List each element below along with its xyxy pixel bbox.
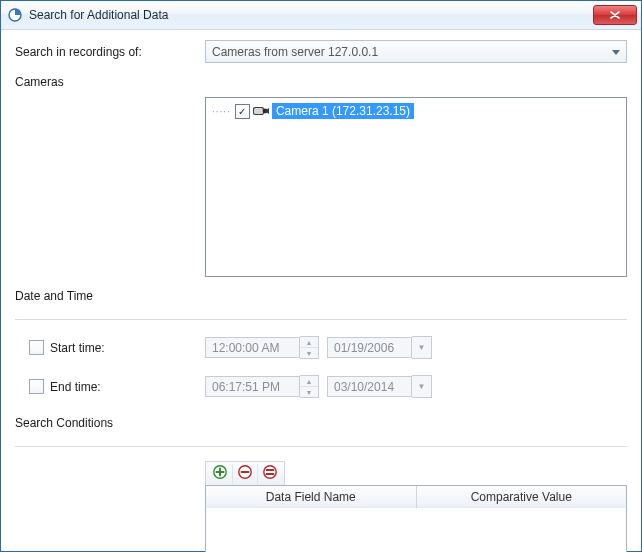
datetime-group-label: Date and Time — [15, 289, 627, 303]
start-date-input[interactable]: 01/19/2006 — [327, 337, 412, 358]
start-time-row: Start time: 12:00:00 AM ▲▼ 01/19/2006 ▼ — [15, 336, 627, 359]
plus-icon — [212, 464, 228, 483]
conditions-toolbar — [205, 461, 285, 485]
server-combobox[interactable]: Cameras from server 127.0.0.1 — [205, 40, 627, 63]
chevron-down-icon — [612, 45, 620, 59]
column-header-value[interactable]: Comparative Value — [417, 486, 627, 508]
column-header-field[interactable]: Data Field Name — [206, 486, 417, 508]
end-date-dropdown[interactable]: ▼ — [412, 375, 432, 398]
end-time-label: End time: — [50, 380, 101, 394]
titlebar: Search for Additional Data — [1, 1, 641, 30]
camera-icon — [252, 105, 270, 117]
camera-checkbox[interactable]: ✓ — [235, 104, 250, 119]
window-title: Search for Additional Data — [29, 8, 168, 22]
end-time-checkbox[interactable] — [29, 379, 44, 394]
start-time-input[interactable]: 12:00:00 AM — [205, 337, 300, 358]
minus-icon — [237, 464, 253, 483]
conditions-table[interactable]: Data Field Name Comparative Value — [205, 485, 627, 552]
conditions-table-header: Data Field Name Comparative Value — [206, 486, 626, 508]
svg-point-6 — [264, 466, 276, 478]
add-condition-button[interactable] — [208, 464, 233, 484]
app-icon — [7, 7, 23, 23]
start-time-checkbox[interactable] — [29, 340, 44, 355]
end-date-input[interactable]: 03/10/2014 — [327, 376, 412, 397]
dialog-window: Search for Additional Data Search in rec… — [0, 0, 642, 552]
start-time-spinner[interactable]: ▲▼ — [300, 336, 319, 359]
datetime-separator — [15, 319, 627, 320]
window-close-button[interactable] — [593, 5, 637, 25]
cameras-group-label: Cameras — [15, 75, 627, 89]
conditions-table-body — [206, 508, 626, 552]
search-in-row: Search in recordings of: Cameras from se… — [15, 40, 627, 63]
remove-condition-button[interactable] — [233, 464, 258, 484]
end-time-row: End time: 06:17:51 PM ▲▼ 03/10/2014 ▼ — [15, 375, 627, 398]
cameras-listbox[interactable]: ····· ✓ Camera 1 (172.31.23.15) — [205, 97, 627, 277]
camera-tree-item[interactable]: ····· ✓ Camera 1 (172.31.23.15) — [212, 102, 620, 120]
end-time-spinner[interactable]: ▲▼ — [300, 375, 319, 398]
end-time-input[interactable]: 06:17:51 PM — [205, 376, 300, 397]
conditions-group-label: Search Conditions — [15, 416, 627, 430]
clear-conditions-button[interactable] — [258, 464, 282, 484]
start-date-dropdown[interactable]: ▼ — [412, 336, 432, 359]
tree-connector: ····· — [212, 106, 231, 117]
conditions-separator — [15, 446, 627, 447]
clear-icon — [262, 464, 278, 483]
conditions-area: Data Field Name Comparative Value — [205, 461, 627, 552]
start-time-label: Start time: — [50, 341, 105, 355]
dialog-body: Search in recordings of: Cameras from se… — [1, 30, 641, 552]
svg-rect-2 — [254, 108, 263, 114]
camera-item-label: Camera 1 (172.31.23.15) — [272, 103, 414, 119]
server-combobox-value: Cameras from server 127.0.0.1 — [212, 45, 378, 59]
search-in-label: Search in recordings of: — [15, 45, 205, 59]
